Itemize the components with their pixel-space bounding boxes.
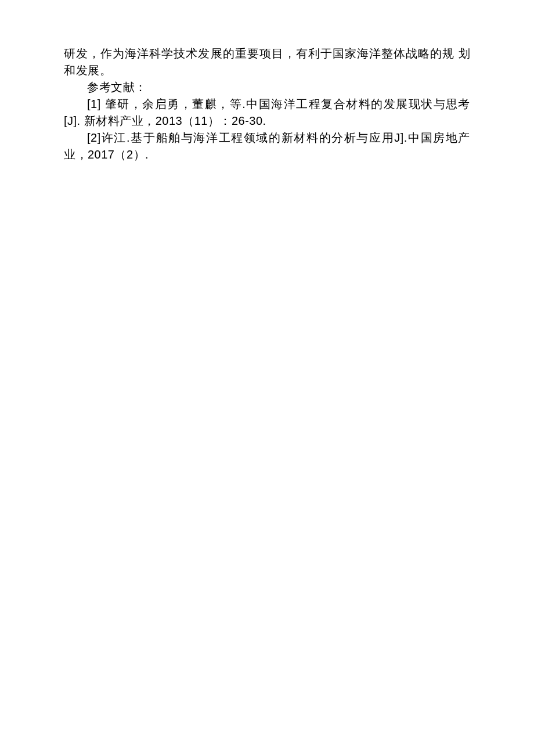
continuation-text: 研发，作为海洋科学技术发展的重要项目，有利于国家海洋整体战略的规 划和发展。: [64, 47, 470, 77]
ref2-text: 许江.基于船舶与海洋工程领域的新材料的分析与应用J].中国房地产业，2017（2…: [64, 131, 470, 161]
references-heading: 参考文献：: [87, 81, 147, 93]
references-heading-paragraph: 参考文献：: [64, 79, 470, 96]
ref1-prefix: [1]: [87, 98, 101, 110]
reference-item-2: [2]许江.基于船舶与海洋工程领域的新材料的分析与应用J].中国房地产业，201…: [64, 129, 470, 163]
ref2-prefix: [2]: [87, 131, 101, 144]
continuation-paragraph: 研发，作为海洋科学技术发展的重要项目，有利于国家海洋整体战略的规 划和发展。: [64, 45, 470, 79]
ref1-text: 肇研，余启勇，董麒，等.中国海洋工程复合材料的发展现状与思考 [J]. 新材料产…: [64, 98, 470, 127]
reference-item-1: [1] 肇研，余启勇，董麒，等.中国海洋工程复合材料的发展现状与思考 [J]. …: [64, 96, 470, 129]
document-body: 研发，作为海洋科学技术发展的重要项目，有利于国家海洋整体战略的规 划和发展。 参…: [64, 45, 470, 163]
